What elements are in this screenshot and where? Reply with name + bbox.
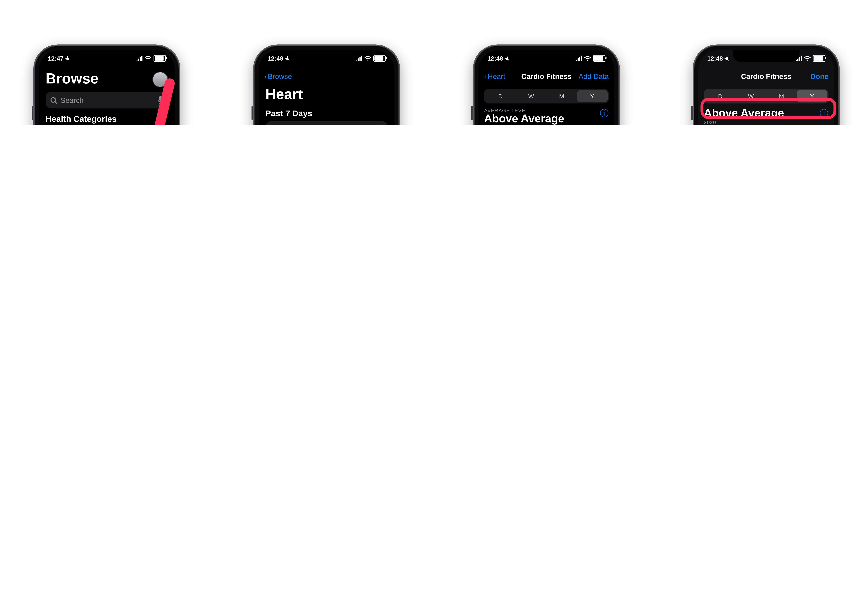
search-icon (50, 96, 57, 104)
seg-w[interactable]: W (735, 90, 766, 102)
seg-w[interactable]: W (516, 90, 546, 102)
section-header: Health Categories (46, 114, 168, 123)
seg-d[interactable]: D (485, 90, 516, 102)
seg-y[interactable]: Y (577, 90, 608, 102)
back-button[interactable]: ‹ Browse (264, 72, 292, 80)
time-range-segmented[interactable]: D W M Y (704, 89, 828, 103)
chart-title: Above Average (484, 112, 600, 125)
nav-bar: ‹ Browse (259, 67, 394, 86)
seg-m[interactable]: M (546, 90, 577, 102)
svg-line-1 (55, 102, 57, 103)
mic-icon[interactable] (157, 96, 164, 105)
search-input[interactable]: Search (46, 92, 168, 108)
phone-heart: 12:48 ➤ ‹ Browse Heart Past 7 Days ❤︎Hea… (253, 44, 400, 125)
year-label: 2020 (704, 119, 819, 125)
seg-y[interactable]: Y (797, 90, 827, 102)
seg-d[interactable]: D (705, 90, 735, 102)
page-title: Browse (46, 70, 99, 87)
info-icon[interactable]: ⓘ (600, 108, 609, 119)
phone-cardio-detail: 12:48 ➤ ‹ Heart Cardio Fitness Add Data … (473, 44, 620, 125)
notch (74, 50, 140, 62)
phone-cardio-levels: 12:48 ➤ Cardio Fitness Done D W M Y (693, 44, 840, 125)
battery-icon (154, 55, 166, 62)
chart-title: Above Average (704, 107, 819, 119)
period-header: Past 7 Days (266, 108, 388, 118)
seg-m[interactable]: M (766, 90, 797, 102)
card-heart-rate[interactable]: ❤︎Heart RateYesterday› 70BPM (266, 121, 388, 125)
wifi-icon (145, 56, 151, 61)
profile-avatar[interactable] (152, 71, 168, 87)
info-icon[interactable]: ⓘ (819, 108, 828, 119)
phone-browse: 12:47 ➤ Browse Search (33, 44, 180, 125)
page-title: Heart (266, 86, 388, 103)
time-range-segmented[interactable]: D W M Y (484, 89, 609, 103)
nav-title: Cardio Fitness (698, 72, 834, 80)
svg-rect-2 (159, 96, 161, 101)
nav-title: Cardio Fitness (478, 72, 614, 80)
location-icon: ➤ (63, 54, 72, 63)
